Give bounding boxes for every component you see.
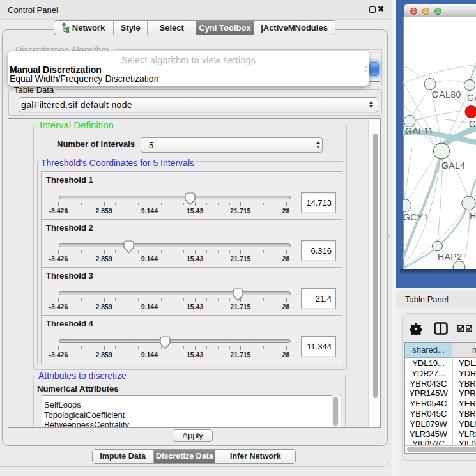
svg-text:C: C [469, 119, 476, 129]
svg-text:GAL80: GAL80 [432, 89, 461, 100]
svg-text:GAL4: GAL4 [441, 160, 465, 171]
svg-text:HI: HI [470, 211, 476, 221]
svg-text:GA: GA [467, 93, 476, 103]
svg-text:GCY1: GCY1 [403, 212, 429, 222]
svg-text:HAP2: HAP2 [438, 252, 462, 262]
svg-text:GAL11: GAL11 [405, 126, 434, 136]
